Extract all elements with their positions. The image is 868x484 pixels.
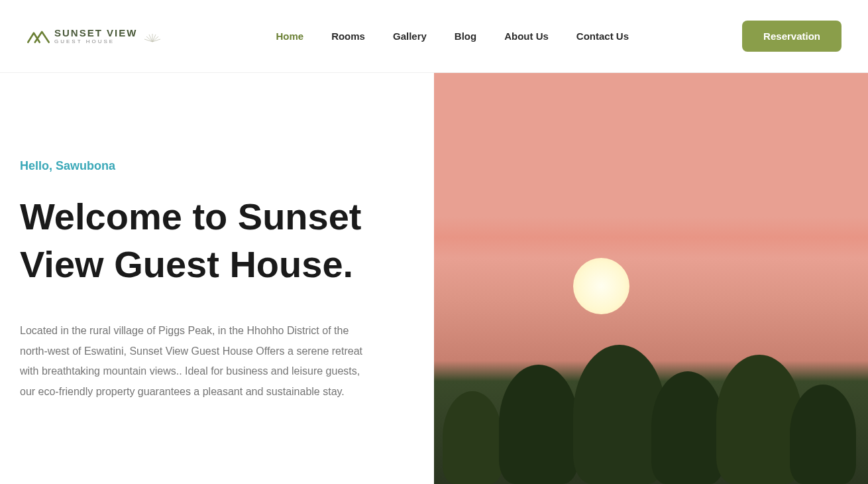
sun-rays-icon	[142, 30, 162, 43]
tree-graphic	[651, 371, 724, 484]
reservation-button[interactable]: Reservation	[742, 21, 841, 52]
logo-main-text: SUNSET VIEW	[54, 28, 137, 38]
hero-image-section	[434, 73, 868, 484]
trees-silhouette	[434, 320, 868, 484]
tree-graphic	[499, 365, 578, 484]
sunset-image	[434, 73, 868, 484]
nav-about[interactable]: About Us	[504, 30, 549, 42]
nav-blog[interactable]: Blog	[455, 30, 476, 42]
page-headline: Welcome to Sunset View Guest House.	[20, 193, 394, 288]
hero-text-section: Hello, Sawubona Welcome to Sunset View G…	[0, 73, 434, 484]
nav-rooms[interactable]: Rooms	[331, 30, 365, 42]
sun-graphic	[573, 258, 629, 314]
logo-text: SUNSET VIEW GUEST HOUSE	[54, 28, 137, 44]
house-icon	[27, 27, 50, 46]
tree-graphic	[790, 385, 856, 484]
logo[interactable]: SUNSET VIEW GUEST HOUSE	[27, 27, 162, 46]
site-header: SUNSET VIEW GUEST HOUSE Home Rooms Galle…	[0, 0, 868, 73]
page-description: Located in the rural village of Piggs Pe…	[20, 321, 364, 402]
greeting-text: Hello, Sawubona	[20, 159, 394, 173]
main-nav: Home Rooms Gallery Blog About Us Contact…	[276, 30, 629, 42]
tree-graphic	[443, 391, 502, 484]
logo-sub-text: GUEST HOUSE	[54, 39, 137, 44]
nav-home[interactable]: Home	[276, 30, 303, 42]
main-content: Hello, Sawubona Welcome to Sunset View G…	[0, 73, 868, 484]
nav-gallery[interactable]: Gallery	[393, 30, 427, 42]
nav-contact[interactable]: Contact Us	[576, 30, 629, 42]
